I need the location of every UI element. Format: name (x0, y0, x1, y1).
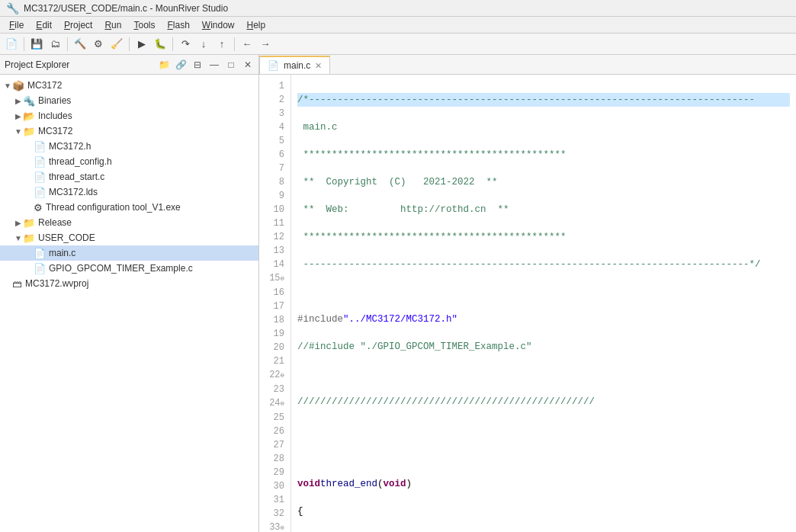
toolbar-sep-3 (129, 37, 130, 51)
new-button[interactable]: 📄 (3, 36, 20, 53)
arrow-thread-config-exe (24, 204, 34, 212)
explorer-header: Project Explorer 📁 🔗 ⊟ — □ ✕ (0, 55, 258, 75)
toolbar-sep-1 (24, 37, 24, 51)
tree-item-mc3172-folder[interactable]: ▼ 📁 MC3172 (0, 123, 258, 139)
code-line-8 (297, 285, 790, 299)
tree-item-wvproj[interactable]: 🗃 MC3172.wvproj (0, 276, 258, 291)
arrow-binaries: ▶ (14, 97, 23, 105)
save-all-button[interactable]: 🗂 (47, 36, 63, 53)
window-title: MC3172/USER_CODE/main.c - MounRiver Stud… (24, 3, 228, 14)
lds-file-icon: 📄 (34, 187, 46, 198)
header-file-icon-2: 📄 (34, 156, 46, 168)
label-main-c: main.c (49, 248, 75, 258)
toolbar: 📄 💾 🗂 🔨 ⚙ 🧹 ▶ 🐛 ↷ ↓ ↑ ← → (0, 34, 796, 55)
tree-item-thread-config-exe[interactable]: ⚙ Thread configuration tool_V1.exe (0, 200, 258, 215)
explorer-collapse[interactable]: ⊟ (191, 59, 204, 71)
menu-file[interactable]: File (3, 18, 30, 32)
folder-icon-mc3172: 📁 (23, 126, 35, 137)
code-editor[interactable]: 1 2 3 4 5 6 7 8 9 10 11 12 13 14 15⊖ 16 … (259, 75, 796, 532)
arrow-main-c (24, 249, 34, 258)
editor-tabs: 📄 main.c ✕ (259, 55, 796, 75)
menu-help[interactable]: Help (241, 18, 272, 32)
explorer-new-folder[interactable]: 📁 (158, 59, 170, 71)
label-user-code: USER_CODE (38, 232, 95, 243)
code-line-15: void thread_end(void) (297, 477, 790, 491)
app-icon: 🔧 (6, 2, 19, 14)
explorer-minimize[interactable]: — (208, 59, 220, 71)
build-button[interactable]: 🔨 (72, 36, 88, 53)
arrow-mc3172-folder: ▼ (14, 127, 23, 136)
arrow-user-code: ▼ (14, 234, 23, 242)
arrow-mc3172-h (24, 143, 34, 151)
arrow-includes: ▶ (14, 112, 23, 120)
run-button[interactable]: ▶ (133, 36, 150, 53)
source-file-icon: 📄 (34, 171, 46, 183)
arrow-release: ▶ (14, 219, 23, 227)
menu-project[interactable]: Project (58, 18, 98, 32)
code-content[interactable]: /*--------------------------------------… (291, 75, 796, 532)
tree-item-includes[interactable]: ▶ 📂 Includes (0, 108, 258, 123)
back-button[interactable]: ← (239, 36, 255, 53)
save-button[interactable]: 💾 (28, 36, 45, 53)
tree-item-mc3172-h[interactable]: 📄 MC3172.h (0, 139, 258, 154)
explorer-link[interactable]: 🔗 (175, 59, 187, 71)
wvproj-icon: 🗃 (12, 278, 22, 290)
label-gpio-c: GPIO_GPCOM_TIMER_Example.c (49, 263, 193, 274)
code-line-16: { (297, 505, 790, 518)
build-all-button[interactable]: ⚙ (90, 36, 107, 53)
step-return-button[interactable]: ↑ (213, 36, 230, 53)
tree-item-mc3172-root[interactable]: ▼ 📦 MC3172 (0, 78, 258, 93)
code-line-4: ** Copyright (C) 2021-2022 ** (297, 175, 790, 189)
toolbar-sep-2 (67, 37, 68, 51)
menu-window[interactable]: Window (196, 18, 241, 32)
tree-item-thread-config-h[interactable]: 📄 thread_config.h (0, 154, 258, 169)
label-mc3172-folder: MC3172 (38, 126, 72, 136)
arrow-thread-config-h (24, 158, 34, 166)
tab-close-main-c[interactable]: ✕ (315, 61, 322, 71)
project-explorer: Project Explorer 📁 🔗 ⊟ — □ ✕ ▼ 📦 MC3172 … (0, 55, 259, 532)
step-over-button[interactable]: ↷ (177, 36, 194, 53)
gpio-c-file-icon: 📄 (34, 263, 46, 274)
code-line-3: ****************************************… (297, 148, 790, 162)
tab-main-c[interactable]: 📄 main.c ✕ (259, 56, 330, 74)
tree-item-gpio-c[interactable]: 📄 GPIO_GPCOM_TIMER_Example.c (0, 261, 258, 276)
menu-edit[interactable]: Edit (30, 18, 58, 32)
code-line-10: //#include "./GPIO_GPCOM_TIMER_Example.c… (297, 340, 790, 354)
tree-item-mc3172-lds[interactable]: 📄 MC3172.lds (0, 184, 258, 200)
tree-item-main-c[interactable]: 📄 main.c (0, 245, 258, 261)
tree-item-user-code[interactable]: ▼ 📁 USER_CODE (0, 230, 258, 245)
editor-area: 📄 main.c ✕ 1 2 3 4 5 6 7 8 9 10 11 12 13 (259, 55, 796, 532)
tree-item-binaries[interactable]: ▶ 🔩 Binaries (0, 93, 258, 108)
user-code-folder-icon: 📁 (23, 232, 35, 244)
title-bar: 🔧 MC3172/USER_CODE/main.c - MounRiver St… (0, 0, 796, 17)
label-thread-config-exe: Thread configuration tool_V1.exe (46, 202, 181, 213)
code-line-1: /*--------------------------------------… (297, 93, 790, 107)
toolbar-sep-5 (234, 37, 235, 51)
arrow-gpio-c (24, 264, 34, 273)
explorer-close[interactable]: ✕ (242, 59, 254, 71)
step-into-button[interactable]: ↓ (195, 36, 212, 53)
code-line-9: #include "../MC3172/MC3172.h" (297, 312, 790, 326)
explorer-tree[interactable]: ▼ 📦 MC3172 ▶ 🔩 Binaries ▶ 📂 Includes ▼ 📁… (0, 75, 258, 532)
code-line-6: ****************************************… (297, 230, 790, 244)
forward-button[interactable]: → (257, 36, 274, 53)
tree-item-thread-start-c[interactable]: 📄 thread_start.c (0, 169, 258, 184)
label-thread-start-c: thread_start.c (49, 171, 104, 182)
binaries-icon: 🔩 (23, 95, 35, 107)
menu-flash[interactable]: Flash (161, 18, 195, 32)
code-line-5: ** Web: http://rothd.cn ** (297, 203, 790, 216)
code-line-2: main.c (297, 120, 790, 134)
clean-button[interactable]: 🧹 (108, 36, 125, 53)
main-layout: Project Explorer 📁 🔗 ⊟ — □ ✕ ▼ 📦 MC3172 … (0, 55, 796, 532)
tree-item-release[interactable]: ▶ 📁 Release (0, 215, 258, 230)
toolbar-sep-4 (172, 37, 173, 51)
label-release: Release (38, 217, 72, 228)
code-line-14 (297, 450, 790, 463)
menu-tools[interactable]: Tools (127, 18, 161, 32)
menu-run[interactable]: Run (98, 18, 127, 32)
debug-button[interactable]: 🐛 (152, 36, 169, 53)
arrow-mc3172: ▼ (3, 82, 12, 90)
label-wvproj: MC3172.wvproj (25, 278, 88, 289)
explorer-maximize[interactable]: □ (225, 59, 237, 71)
label-mc3172: MC3172 (27, 80, 62, 91)
